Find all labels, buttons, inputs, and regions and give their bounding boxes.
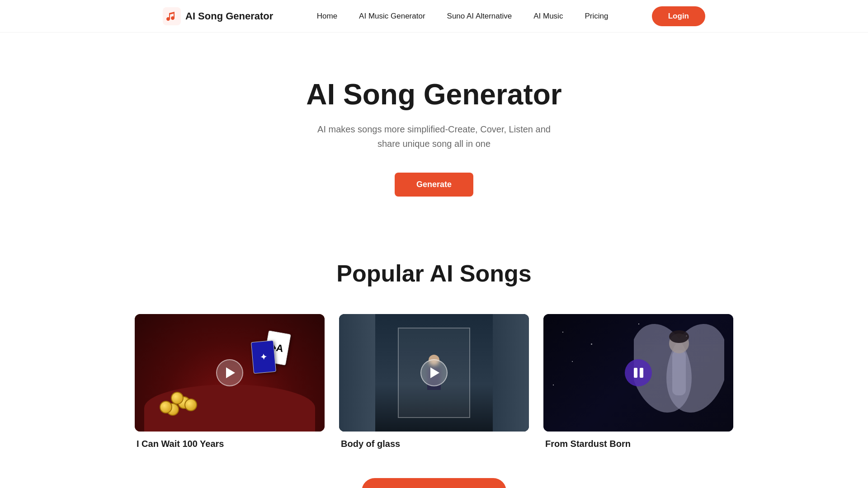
song-title-poker: I Can Wait 100 Years xyxy=(135,439,325,449)
play-overlay-stardust xyxy=(543,314,733,432)
song-thumbnail-stardust xyxy=(543,314,733,432)
song-title-glass: Body of glass xyxy=(339,439,529,449)
pause-button-stardust[interactable] xyxy=(625,359,652,386)
nav-ai-music-generator[interactable]: AI Music Generator xyxy=(359,12,425,21)
song-card-stardust[interactable]: From Stardust Born xyxy=(543,314,733,449)
nav-suno-ai-alternative[interactable]: Suno AI Alternative xyxy=(447,12,512,21)
svg-rect-0 xyxy=(163,7,181,25)
songs-grid: ♠A ✦ I Can Wait 100 Years xyxy=(9,314,859,449)
popular-songs-section: Popular AI Songs ♠A ✦ xyxy=(0,233,868,488)
song-card-poker[interactable]: ♠A ✦ I Can Wait 100 Years xyxy=(135,314,325,449)
play-triangle-icon xyxy=(226,367,235,378)
logo-text: AI Song Generator xyxy=(185,10,273,22)
navbar: AI Song Generator Home AI Music Generato… xyxy=(0,0,868,33)
song-title-stardust: From Stardust Born xyxy=(543,439,733,449)
nav-pricing[interactable]: Pricing xyxy=(585,12,608,21)
pause-bar-left xyxy=(634,368,637,378)
login-button[interactable]: Login xyxy=(652,6,705,26)
popular-songs-title: Popular AI Songs xyxy=(9,260,859,287)
logo-icon xyxy=(163,7,181,25)
hero-subtitle: AI makes songs more simplified-Create, C… xyxy=(298,122,570,151)
hero-title: AI Song Generator xyxy=(9,78,859,111)
play-button-poker[interactable] xyxy=(216,359,243,386)
play-overlay-poker xyxy=(135,314,325,432)
play-overlay-glass xyxy=(339,314,529,432)
song-thumbnail-glass xyxy=(339,314,529,432)
nav-home[interactable]: Home xyxy=(317,12,337,21)
song-card-glass[interactable]: Body of glass xyxy=(339,314,529,449)
nav-links: Home AI Music Generator Suno AI Alternat… xyxy=(317,12,609,21)
discover-more-button[interactable]: Discover More AI Song xyxy=(362,478,506,488)
generate-button[interactable]: Generate xyxy=(395,173,473,197)
play-button-glass[interactable] xyxy=(420,359,448,386)
nav-ai-music[interactable]: AI Music xyxy=(533,12,563,21)
hero-section: AI Song Generator AI makes songs more si… xyxy=(0,33,868,233)
play-triangle-icon-glass xyxy=(430,367,439,378)
logo[interactable]: AI Song Generator xyxy=(163,7,273,25)
pause-bar-right xyxy=(640,368,643,378)
song-thumbnail-poker: ♠A ✦ xyxy=(135,314,325,432)
